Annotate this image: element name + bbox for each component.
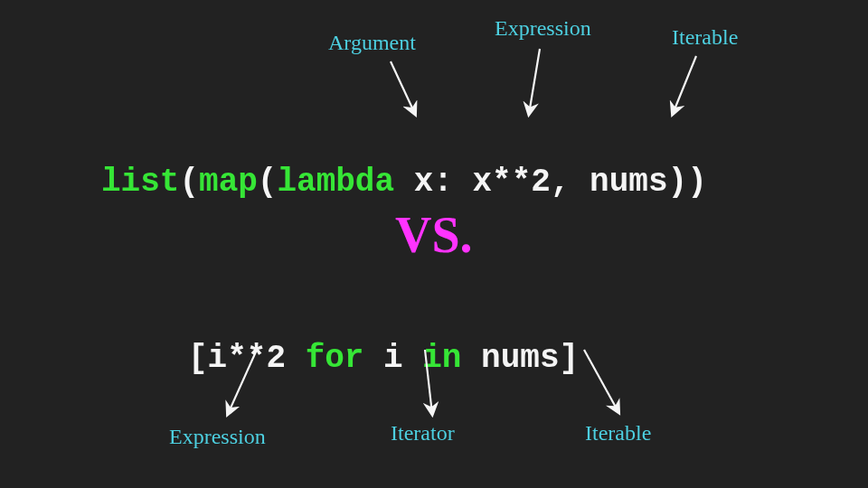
paren-open-1: ( [179,164,199,201]
vs-label: VS. [395,206,473,264]
arrow-expression-top [529,49,540,114]
label-iterable-bottom: Iterable [585,421,651,446]
arrow-argument [391,61,415,114]
code-map-line: list(map(lambda x: x**2, nums)) [101,127,707,201]
paren-open-2: ( [258,164,278,201]
code-expr-2: [i**2 [188,340,306,377]
keyword-for: for [306,340,364,377]
label-iterator: Iterator [391,421,455,446]
code-nums-2: nums] [461,340,579,377]
keyword-list: list [101,164,179,201]
label-iterable-top: Iterable [672,25,738,50]
code-listcomp-line: [i**2 for i in nums] [188,303,579,377]
label-expression-top: Expression [495,16,591,41]
label-expression-bottom: Expression [169,425,266,449]
keyword-in: in [422,340,461,377]
arrow-iterable-top [673,56,696,114]
label-argument: Argument [328,31,416,55]
code-var-i: i [363,340,422,377]
arrow-iterable-bottom [584,350,618,412]
code-rest-1: x: x**2, nums)) [394,164,707,201]
keyword-lambda: lambda [277,164,394,201]
keyword-map: map [199,164,258,201]
